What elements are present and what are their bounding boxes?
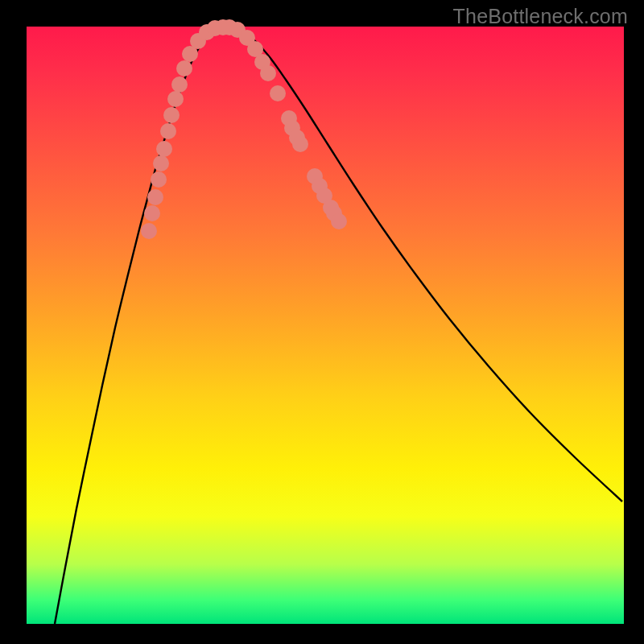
sample-dot — [153, 155, 169, 171]
sample-dot — [151, 171, 167, 188]
chart-frame: TheBottleneck.com — [0, 0, 644, 644]
sample-dot — [167, 91, 184, 107]
sample-dot — [156, 141, 172, 157]
plot-area — [27, 27, 624, 624]
sample-dot — [331, 213, 347, 229]
sample-dot — [163, 107, 180, 123]
chart-svg — [27, 27, 624, 624]
sample-dots — [141, 19, 347, 239]
sample-dot — [160, 123, 176, 139]
sample-dot — [171, 76, 188, 93]
bottleneck-curve — [55, 27, 622, 624]
sample-dot — [260, 65, 276, 81]
watermark-text: TheBottleneck.com — [453, 5, 628, 28]
sample-dot — [292, 136, 308, 152]
sample-dot — [147, 189, 163, 205]
sample-dot — [270, 85, 286, 101]
sample-dot — [141, 223, 157, 239]
sample-dot — [176, 60, 192, 76]
sample-dot — [144, 205, 160, 221]
